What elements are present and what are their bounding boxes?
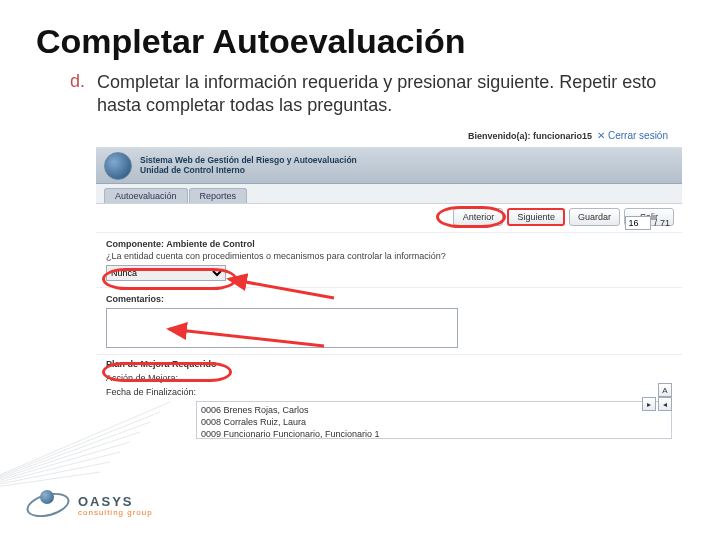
brand-logo-icon <box>104 152 132 180</box>
page-sep: / <box>654 218 657 228</box>
oasys-logo-icon <box>26 484 70 528</box>
close-icon: ✕ <box>597 130 605 141</box>
page-total: 71 <box>660 218 670 228</box>
app-screenshot: Bienvenido(a): funcionario15 ✕ Cerrar se… <box>96 128 682 448</box>
banner-line2: Unidad de Control Interno <box>140 166 357 176</box>
app-banner: Sistema Web de Gestión del Riesgo y Auto… <box>96 148 682 184</box>
tab-autoevaluacion[interactable]: Autoevaluación <box>104 188 188 203</box>
remove-responsible-button[interactable]: ◂ <box>658 397 672 411</box>
footer-logo: OASYS consulting group <box>26 484 153 528</box>
responsible-list[interactable]: 0006 Brenes Rojas, Carlos 0008 Corrales … <box>196 401 672 439</box>
tab-row: Autoevaluación Reportes <box>96 184 682 204</box>
page-current-input[interactable] <box>625 216 651 230</box>
next-button[interactable]: Siguiente <box>507 208 565 226</box>
tab-reportes[interactable]: Reportes <box>189 188 248 203</box>
nav-buttons: Anterior Siguiente Guardar Salir <box>96 204 682 232</box>
save-button[interactable]: Guardar <box>569 208 620 226</box>
prev-button[interactable]: Anterior <box>453 208 503 226</box>
answer-select[interactable]: Nunca <box>106 265 226 281</box>
question-text: ¿La entidad cuenta con procedimientos o … <box>96 251 682 265</box>
plan-header: Plan de Mejora Requerido <box>96 354 682 371</box>
list-item[interactable]: 0006 Brenes Rojas, Carlos <box>201 404 667 416</box>
bullet-item: d. Completar la información requerida y … <box>0 71 720 126</box>
bullet-text: Completar la información requerida y pre… <box>97 71 674 116</box>
deadline-label: Fecha de Finalización: <box>106 387 196 397</box>
app-content: Anterior Siguiente Guardar Salir / 71 Co… <box>96 204 682 439</box>
footer-sub: consulting group <box>78 508 153 517</box>
bullet-letter: d. <box>70 71 85 116</box>
add-responsible-button[interactable]: ▸ <box>642 397 656 411</box>
app-topbar: Bienvenido(a): funcionario15 ✕ Cerrar se… <box>96 128 682 148</box>
action-label: Acción de Mejora: <box>106 373 178 383</box>
logout-label: Cerrar sesión <box>608 130 668 141</box>
comments-textarea[interactable] <box>106 308 458 348</box>
list-item[interactable]: 0008 Corrales Ruiz, Laura <box>201 416 667 428</box>
slide-title: Completar Autoevaluación <box>0 0 720 71</box>
component-label: Componente: Ambiente de Control <box>96 232 682 251</box>
logout-link[interactable]: ✕ Cerrar sesión <box>597 130 668 141</box>
comments-label: Comentarios: <box>96 287 682 306</box>
list-item[interactable]: 0009 Funcionario Funcionario, Funcionari… <box>201 428 667 439</box>
welcome-text: Bienvenido(a): funcionario15 <box>468 131 592 141</box>
footer-brand: OASYS <box>78 495 153 508</box>
page-indicator: / 71 <box>625 216 670 230</box>
